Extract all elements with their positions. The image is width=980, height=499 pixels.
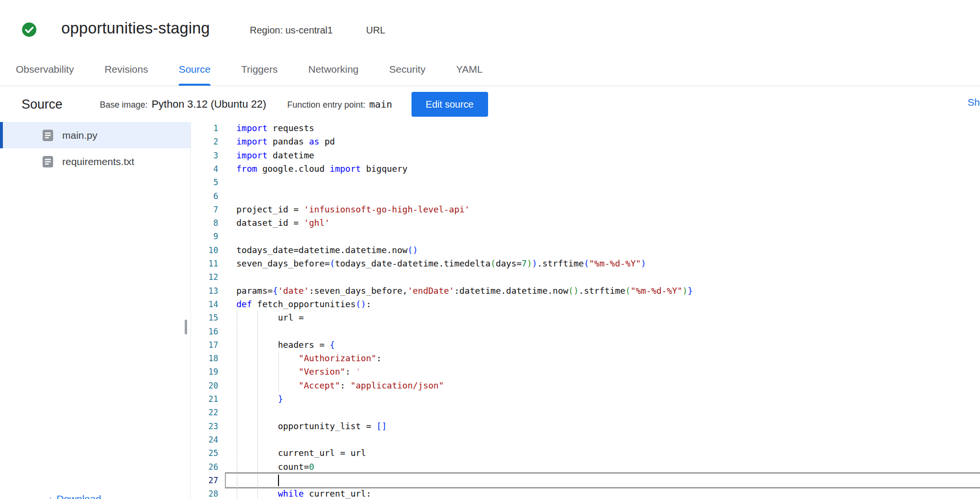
code-line[interactable]: def fetch_opportunities(): <box>236 298 980 311</box>
current-line-highlight <box>225 472 980 488</box>
code-line[interactable]: seven_days_before=(todays_date-datetime.… <box>236 257 980 270</box>
line-number: 1 <box>191 122 218 135</box>
code-line[interactable]: url = <box>236 311 980 324</box>
download-icon: ↓ <box>48 494 53 499</box>
line-number: 22 <box>191 406 218 419</box>
line-number: 6 <box>191 189 218 203</box>
line-number: 3 <box>191 149 218 162</box>
code-line[interactable]: while current_url: <box>236 487 980 499</box>
code-line[interactable]: "Authorization": <box>236 352 980 365</box>
line-number: 24 <box>191 433 218 446</box>
line-number: 16 <box>191 325 218 338</box>
line-number: 14 <box>191 298 218 311</box>
page-title: opportunities-staging <box>61 19 210 37</box>
code-line[interactable]: dataset_id = 'ghl' <box>236 216 980 230</box>
line-number: 10 <box>191 244 218 257</box>
tab-source[interactable]: Source <box>178 53 211 86</box>
line-number: 21 <box>191 392 218 406</box>
tab-observability[interactable]: Observability <box>16 53 74 86</box>
code-line[interactable]: "Accept": "application/json" <box>236 379 980 392</box>
line-number: 5 <box>191 176 218 189</box>
entry-point-label: Function entry point: <box>287 100 365 110</box>
tab-bar: Observability Revisions Source Triggers … <box>0 53 980 86</box>
region-label: Region: us-central1 <box>250 25 333 36</box>
line-number: 25 <box>191 446 218 460</box>
indent-guide <box>237 474 237 487</box>
source-toolbar: Source Base image: Python 3.12 (Ubuntu 2… <box>0 87 980 122</box>
code-line[interactable]: headers = { <box>236 338 980 352</box>
line-number: 23 <box>191 420 218 433</box>
indent-guide <box>237 406 237 419</box>
cloud-function-page: opportunities-staging Region: us-central… <box>0 0 980 499</box>
line-number: 9 <box>191 230 218 243</box>
line-number: 12 <box>191 270 218 284</box>
show-link[interactable]: Sh <box>968 97 980 108</box>
line-number: 28 <box>191 487 218 499</box>
source-heading: Source <box>22 97 63 112</box>
code-line[interactable]: project_id = 'infusionsoft-go-high-level… <box>236 203 980 216</box>
tab-triggers[interactable]: Triggers <box>241 53 278 86</box>
line-number: 8 <box>191 216 218 230</box>
code-line[interactable]: import requests <box>236 122 980 135</box>
file-item-main-py[interactable]: main.py <box>0 122 190 148</box>
text-cursor <box>278 475 279 486</box>
tab-security[interactable]: Security <box>389 53 425 86</box>
file-tree-panel: main.py requirements.txt <box>0 122 191 499</box>
line-number: 18 <box>191 352 218 365</box>
entry-point-info: Function entry point: main <box>287 99 392 110</box>
line-number: 17 <box>191 338 218 352</box>
code-line[interactable]: import datetime <box>236 149 980 162</box>
code-line[interactable]: current_url = url <box>236 446 980 460</box>
file-item-requirements-txt[interactable]: requirements.txt <box>0 148 190 175</box>
base-image-label: Base image: <box>100 100 148 110</box>
download-link[interactable]: ↓ Download <box>48 493 101 499</box>
line-number: 15 <box>191 311 218 324</box>
code-line[interactable]: opportunity_list = [] <box>236 420 980 433</box>
indent-guide <box>257 325 258 338</box>
tab-yaml[interactable]: YAML <box>456 53 483 86</box>
code-line[interactable]: } <box>236 392 980 406</box>
code-line[interactable]: todays_date=datetime.datetime.now() <box>236 244 980 257</box>
download-label: Download <box>56 493 101 499</box>
line-number: 11 <box>191 257 218 270</box>
file-icon <box>42 155 54 168</box>
tab-revisions[interactable]: Revisions <box>104 53 148 86</box>
base-image-value: Python 3.12 (Ubuntu 22) <box>152 98 267 111</box>
line-number: 4 <box>191 162 218 176</box>
line-number: 26 <box>191 460 218 474</box>
code-line[interactable]: import pandas as pd <box>236 135 980 148</box>
code-line[interactable]: from google.cloud import bigquery <box>236 162 980 176</box>
code-line[interactable]: params={'date':seven_days_before,'endDat… <box>236 284 980 298</box>
base-image-info: Base image: Python 3.12 (Ubuntu 22) <box>100 98 267 111</box>
code-line[interactable]: count=0 <box>236 460 980 474</box>
status-ok-icon <box>22 22 37 37</box>
line-number: 7 <box>191 203 218 216</box>
indent-guide <box>237 433 237 446</box>
file-icon <box>42 129 54 142</box>
page-header: opportunities-staging Region: us-central… <box>0 0 980 53</box>
code-line[interactable]: "Version": ' <box>236 365 980 378</box>
code-editor[interactable]: 1import requests2import pandas as pd3imp… <box>191 122 980 499</box>
indent-guide <box>257 406 258 419</box>
indent-guide <box>237 325 237 338</box>
file-name: requirements.txt <box>62 156 134 167</box>
url-label[interactable]: URL <box>366 25 385 36</box>
file-panel-scrollbar-thumb[interactable] <box>185 320 187 334</box>
line-number: 27 <box>191 474 218 487</box>
tab-networking[interactable]: Networking <box>308 53 358 86</box>
line-number: 20 <box>191 379 218 392</box>
line-number: 13 <box>191 284 218 298</box>
indent-guide <box>257 474 258 487</box>
entry-point-value: main <box>369 99 392 110</box>
indent-guide <box>257 433 258 446</box>
edit-source-button[interactable]: Edit source <box>412 92 488 117</box>
line-number: 19 <box>191 365 218 378</box>
line-number: 2 <box>191 135 218 148</box>
file-name: main.py <box>62 130 98 141</box>
